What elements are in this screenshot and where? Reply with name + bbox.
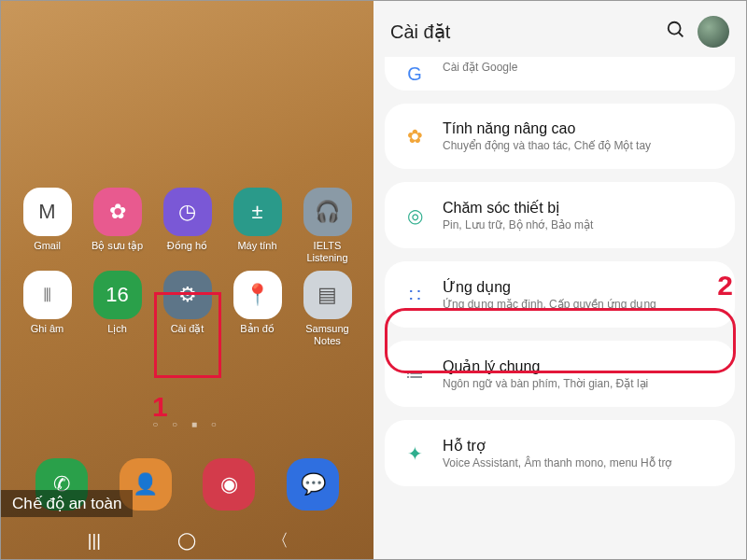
app-đồng-hồ[interactable]: ◷Đồng hồ <box>154 188 220 263</box>
settings-item-title: Hỗ trợ <box>443 437 718 455</box>
app-icon: 16 <box>93 271 142 319</box>
dock-app-2[interactable]: ◉ <box>203 458 255 511</box>
recents-button[interactable]: ||| <box>83 529 106 552</box>
app-label: Bản đồ <box>240 323 275 335</box>
settings-item-hỗ-trợ[interactable]: ✦Hỗ trợVoice Assistant, Âm thanh mono, m… <box>385 420 735 486</box>
settings-item-tính-năng-nâng-cao[interactable]: ✿Tính năng nâng caoChuyển động và thao t… <box>385 104 735 169</box>
app-bản-đồ[interactable]: 📍Bản đồ <box>224 271 290 346</box>
app-icon: ▤ <box>303 271 352 319</box>
app-icon: ✿ <box>93 188 142 236</box>
system-navbar: ||| ◯ 〈 <box>1 529 374 552</box>
app-gmail[interactable]: MGmail <box>14 188 80 263</box>
app-label: Đồng hồ <box>167 240 207 252</box>
dock-app-3[interactable]: 💬 <box>287 458 339 511</box>
svg-line-1 <box>679 32 684 36</box>
settings-item-title: Chăm sóc thiết bị <box>443 199 718 217</box>
app-icon: ± <box>233 188 282 236</box>
app-ielts-listening[interactable]: 🎧IELTS Listening <box>294 188 360 263</box>
settings-item-subtitle: Pin, Lưu trữ, Bộ nhớ, Bảo mật <box>443 218 718 231</box>
settings-item-subtitle: Voice Assistant, Âm thanh mono, menu Hỗ … <box>443 456 718 469</box>
page-title: Cài đặt <box>390 21 655 43</box>
app-máy-tính[interactable]: ±Máy tính <box>224 188 290 263</box>
settings-item-subtitle: Chuyển động và thao tác, Chế độ Một tay <box>443 139 718 152</box>
app-label: Gmail <box>34 240 61 252</box>
app-label: Ghi âm <box>31 323 63 335</box>
app-icon: ◷ <box>163 188 212 236</box>
settings-item-icon: ✦ <box>402 441 428 467</box>
step1-highlight <box>154 292 221 378</box>
step1-number: 1 <box>152 391 168 423</box>
settings-item-google[interactable]: GCài đặt Google <box>385 57 735 91</box>
safe-mode-label: Chế độ an toàn <box>12 495 121 512</box>
app-icon: M <box>23 188 72 236</box>
app-label: Bộ sưu tập <box>92 240 143 252</box>
back-button[interactable]: 〈 <box>269 529 291 552</box>
app-label: Máy tính <box>237 240 276 252</box>
settings-item-icon: ◎ <box>402 203 428 229</box>
search-icon[interactable] <box>666 20 686 45</box>
settings-item-subtitle: Ngôn ngữ và bàn phím, Thời gian, Đặt lại <box>443 377 718 390</box>
settings-header: Cài đặt <box>374 1 746 57</box>
app-icon: 📍 <box>233 271 282 319</box>
settings-item-title: Tính năng nâng cao <box>443 120 718 137</box>
app-samsung-notes[interactable]: ▤Samsung Notes <box>294 271 360 346</box>
step2-number: 2 <box>717 270 733 301</box>
page-indicator: ○ ○ ■ ○ <box>1 419 374 429</box>
home-screen: MGmail✿Bộ sưu tập◷Đồng hồ±Máy tính🎧IELTS… <box>1 1 374 559</box>
app-label: Lịch <box>107 323 127 335</box>
step2-highlight <box>385 308 736 373</box>
svg-point-0 <box>669 21 681 34</box>
settings-screen: Cài đặt GCài đặt Google✿Tính năng nâng c… <box>374 1 746 559</box>
settings-item-subtitle: Cài đặt Google <box>443 61 718 74</box>
app-lịch[interactable]: 16Lịch <box>84 271 150 346</box>
settings-item-title: Ứng dụng <box>443 278 718 296</box>
app-bộ-sưu-tập[interactable]: ✿Bộ sưu tập <box>84 188 150 263</box>
home-button[interactable]: ◯ <box>176 529 198 552</box>
settings-list: GCài đặt Google✿Tính năng nâng caoChuyển… <box>374 57 746 486</box>
settings-item-icon: G <box>402 61 428 87</box>
app-label: Samsung Notes <box>305 323 348 346</box>
settings-item-icon: ✿ <box>402 123 428 149</box>
avatar[interactable] <box>698 16 729 48</box>
app-label: IELTS Listening <box>306 240 347 263</box>
app-icon: 🎧 <box>303 188 352 236</box>
app-icon: ⦀ <box>23 271 72 319</box>
settings-item-chăm-sóc-thiết-bị[interactable]: ◎Chăm sóc thiết bịPin, Lưu trữ, Bộ nhớ, … <box>385 182 735 248</box>
settings-item-icon: ∷ <box>402 282 428 308</box>
app-ghi-âm[interactable]: ⦀Ghi âm <box>14 271 80 346</box>
safe-mode-badge: Chế độ an toàn <box>1 490 133 517</box>
